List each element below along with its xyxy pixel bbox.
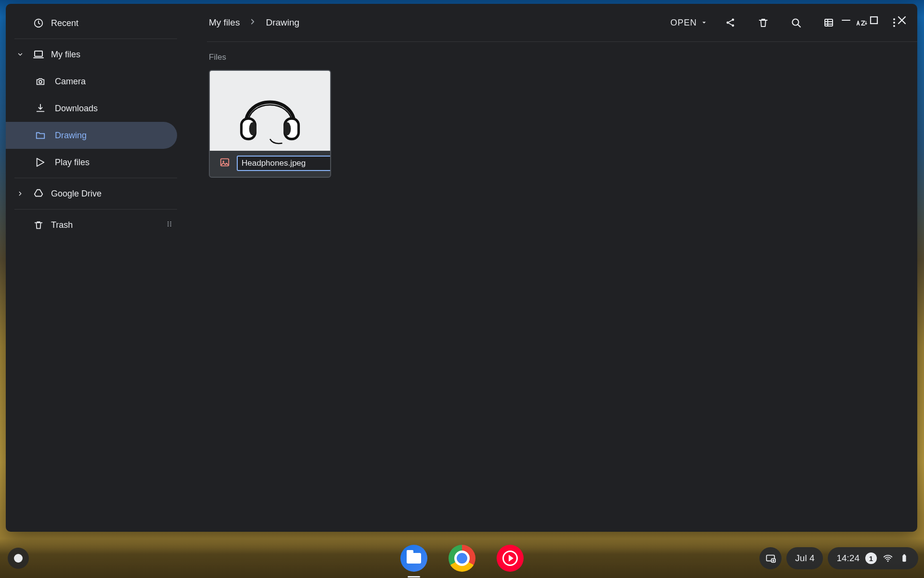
notification-count-badge: 1 — [865, 552, 877, 564]
svg-point-3 — [39, 80, 42, 83]
delete-button[interactable] — [754, 13, 773, 32]
camera-icon — [35, 76, 46, 87]
svg-rect-2 — [35, 51, 42, 56]
drive-icon — [33, 188, 44, 199]
sidebar-item-downloads[interactable]: Downloads — [6, 95, 177, 122]
status-area: Jul 4 14:24 1 — [759, 547, 918, 569]
status-time: 14:24 — [836, 553, 860, 564]
sidebar-item-label: Downloads — [55, 104, 98, 114]
shelf-app-chrome[interactable] — [448, 544, 476, 573]
screen-capture-button[interactable] — [759, 547, 782, 569]
status-date[interactable]: Jul 4 — [786, 547, 823, 569]
sidebar-item-label: My files — [51, 50, 80, 60]
breadcrumb: My files Drawing — [209, 17, 299, 28]
toolbar: My files Drawing OPEN — [180, 4, 917, 41]
sidebar-item-drawing[interactable]: Drawing — [6, 122, 177, 149]
trash-icon — [757, 17, 769, 28]
screen-capture-icon — [765, 553, 776, 564]
sidebar-item-label: Recent — [51, 18, 78, 28]
svg-point-8 — [167, 225, 168, 226]
svg-point-4 — [167, 221, 168, 222]
svg-rect-27 — [902, 555, 906, 562]
sidebar-item-google-drive[interactable]: Google Drive — [6, 180, 177, 207]
sidebar-divider — [14, 178, 177, 178]
breadcrumb-current[interactable]: Drawing — [266, 17, 299, 28]
window-maximize-button[interactable] — [864, 11, 884, 30]
sidebar-item-play-files[interactable]: Play files — [6, 149, 177, 176]
search-icon — [790, 17, 802, 28]
share-icon — [725, 17, 736, 28]
svg-point-9 — [170, 225, 171, 226]
shelf-apps — [399, 544, 525, 573]
window-close-button[interactable] — [892, 11, 911, 30]
sidebar-item-label: Google Drive — [51, 189, 102, 199]
svg-point-20 — [249, 122, 257, 135]
chrome-icon — [449, 545, 475, 572]
caret-down-icon — [701, 19, 707, 26]
window-minimize-button[interactable] — [836, 11, 856, 30]
image-type-icon — [219, 157, 230, 170]
shelf: Jul 4 14:24 1 — [0, 539, 924, 578]
active-app-indicator — [408, 576, 420, 578]
files-app-window: Recent My files Camera — [6, 4, 917, 532]
search-button[interactable] — [786, 13, 806, 32]
trash-icon — [33, 220, 44, 230]
svg-rect-14 — [825, 19, 833, 26]
status-tray[interactable]: 14:24 1 — [828, 547, 918, 569]
folder-icon — [35, 130, 46, 141]
share-button[interactable] — [721, 13, 740, 32]
maximize-icon — [868, 14, 880, 26]
svg-point-7 — [170, 223, 171, 224]
sidebar-item-trash[interactable]: Trash — [6, 211, 177, 238]
list-view-icon — [823, 17, 834, 28]
sidebar-item-recent[interactable]: Recent — [6, 10, 177, 37]
main-pane: My files Drawing OPEN — [180, 4, 917, 532]
svg-point-23 — [223, 161, 224, 162]
svg-point-26 — [887, 560, 889, 562]
sidebar-item-my-files[interactable]: My files — [6, 41, 177, 68]
open-button-label: OPEN — [670, 18, 697, 28]
svg-rect-0 — [871, 17, 877, 24]
sidebar-item-label: Drawing — [55, 131, 87, 141]
files-app-icon — [400, 545, 427, 572]
battery-icon — [899, 553, 910, 564]
toolbar-divider — [207, 41, 917, 42]
chevron-right-icon — [248, 17, 257, 28]
open-button[interactable]: OPEN — [670, 18, 707, 28]
shelf-app-files[interactable] — [399, 544, 428, 573]
youtube-music-icon — [497, 545, 524, 572]
chevron-right-icon — [17, 190, 24, 197]
wifi-icon — [883, 553, 893, 564]
svg-point-5 — [170, 221, 171, 222]
window-controls — [836, 8, 911, 33]
status-date-label: Jul 4 — [795, 553, 814, 564]
file-grid — [209, 70, 917, 178]
shelf-app-youtube-music[interactable] — [496, 544, 525, 573]
sidebar-divider — [14, 209, 177, 210]
laptop-icon — [33, 49, 44, 60]
sidebar-item-label: Camera — [55, 77, 86, 87]
file-item[interactable] — [209, 70, 331, 178]
svg-point-21 — [283, 122, 291, 135]
drag-handle-icon[interactable] — [166, 220, 173, 230]
launcher-button[interactable] — [8, 548, 29, 569]
chevron-down-icon — [17, 51, 24, 58]
headphones-illustration — [229, 75, 311, 147]
sidebar: Recent My files Camera — [6, 4, 180, 532]
sidebar-divider — [14, 39, 177, 39]
sidebar-item-label: Trash — [51, 220, 73, 230]
file-rename-input[interactable] — [237, 156, 331, 171]
files-section-label: Files — [209, 53, 917, 62]
breadcrumb-root[interactable]: My files — [209, 17, 240, 28]
download-icon — [35, 103, 46, 114]
view-toggle-button[interactable] — [819, 13, 838, 32]
file-thumbnail — [210, 71, 330, 151]
clock-icon — [33, 18, 44, 28]
close-icon — [896, 14, 908, 26]
play-store-icon — [35, 157, 46, 168]
sidebar-item-camera[interactable]: Camera — [6, 68, 177, 95]
svg-point-6 — [167, 223, 168, 224]
sidebar-item-label: Play files — [55, 158, 90, 168]
svg-rect-28 — [903, 554, 905, 556]
file-caption — [210, 151, 330, 177]
